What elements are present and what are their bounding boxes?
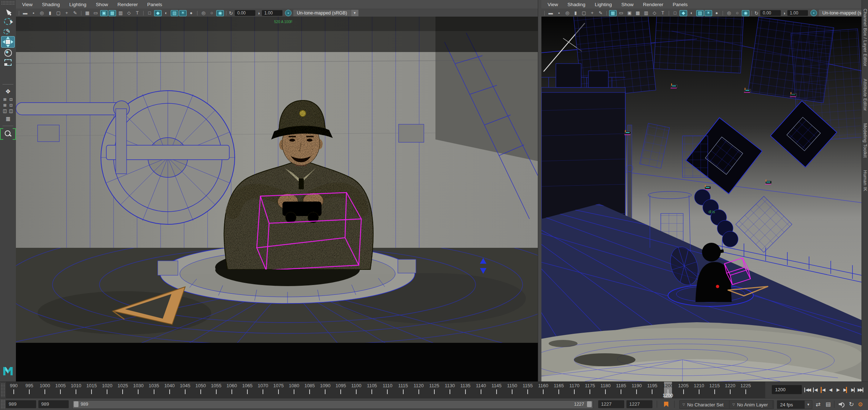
go-to-end-button[interactable]: ▶▶: [857, 384, 864, 395]
four-pane-layout[interactable]: ⊞: [2, 97, 8, 102]
side-tab-modeling-toolkit[interactable]: Modeling Toolkit: [862, 120, 868, 161]
viewport-left-scene[interactable]: 520 A 100F: [16, 17, 538, 381]
color-management-toggle[interactable]: ●: [285, 10, 292, 16]
menu-panels[interactable]: Panels: [142, 2, 167, 7]
anim-layer-dropdown[interactable]: ▽ No Anim Layer: [729, 400, 774, 409]
pane-layout-split[interactable]: ⊡: [8, 103, 14, 108]
select-tool[interactable]: [2, 7, 14, 16]
grease-pencil-icon[interactable]: ✎: [71, 10, 79, 16]
menu-lighting[interactable]: Lighting: [590, 2, 617, 7]
range-slider[interactable]: 989 1227: [72, 400, 593, 409]
camera-icon[interactable]: ▬: [547, 10, 554, 16]
pane-layout-split-right[interactable]: ◫: [8, 108, 14, 113]
pan-zoom-icon[interactable]: +: [588, 10, 596, 16]
shadows-icon[interactable]: ●: [713, 10, 720, 16]
time-slider-grip[interactable]: [1, 383, 5, 397]
smooth-shade-icon[interactable]: ◆: [680, 10, 687, 16]
wireframe-icon[interactable]: □: [671, 10, 679, 16]
playback-end-field[interactable]: 1227: [598, 400, 624, 408]
safe-title-icon[interactable]: T: [133, 10, 141, 16]
lasso-select-tool[interactable]: [2, 17, 14, 26]
grid-icon[interactable]: ▦: [84, 10, 91, 16]
safe-action-icon[interactable]: ◇: [125, 10, 133, 16]
view-transform-dropdown[interactable]: Un-tone-mapped (sRGB) ▼: [293, 9, 359, 17]
loop-playback-icon[interactable]: ⇄: [814, 400, 822, 408]
color-management-toggle[interactable]: ●: [810, 10, 817, 16]
lighting-icon[interactable]: ☀: [705, 10, 712, 16]
xray-icon[interactable]: ◎: [725, 10, 733, 16]
film-gate-icon[interactable]: ▭: [92, 10, 99, 16]
safe-title-icon[interactable]: T: [659, 10, 667, 16]
menu-lighting[interactable]: Lighting: [65, 2, 91, 7]
plugin-shading-icon[interactable]: ◉: [742, 10, 749, 16]
left-scene-canvas[interactable]: 520 A 100F: [16, 17, 538, 381]
lock-camera-icon[interactable]: ▪: [555, 10, 563, 16]
exposure-icon[interactable]: ↻: [754, 10, 758, 16]
step-back-one-frame-button[interactable]: ◀: [819, 384, 826, 395]
viewport-right-scene[interactable]: dl is: [541, 17, 861, 381]
menu-show[interactable]: Show: [91, 2, 113, 7]
sound-icon[interactable]: [837, 400, 846, 408]
range-end-handle[interactable]: [587, 401, 592, 407]
camera-attributes-icon[interactable]: ◎: [563, 10, 571, 16]
textured-icon[interactable]: ▨: [696, 10, 704, 16]
shadows-icon[interactable]: ●: [187, 10, 195, 16]
xray-icon[interactable]: ◎: [200, 10, 207, 16]
menu-view[interactable]: View: [543, 2, 563, 7]
single-pane-layout[interactable]: ❖: [2, 87, 14, 96]
textured-icon[interactable]: ▨: [171, 10, 178, 16]
paint-select-tool[interactable]: ✎: [2, 26, 14, 36]
gamma-icon[interactable]: ◑: [783, 10, 786, 16]
menu-shading[interactable]: Shading: [563, 2, 590, 7]
playback-speed-icon[interactable]: ↻: [847, 400, 856, 408]
flat-shade-icon[interactable]: ◐: [688, 10, 695, 16]
smooth-shade-icon[interactable]: ◆: [154, 10, 162, 16]
side-tab-human-ik[interactable]: Human IK: [862, 167, 868, 195]
toolbox-grip[interactable]: [1, 1, 15, 5]
camera-attributes-icon[interactable]: ◎: [38, 10, 46, 16]
pan-zoom-icon[interactable]: +: [63, 10, 71, 16]
pane-layout-persp-side[interactable]: ⊞: [2, 103, 8, 108]
side-tab-attribute-editor[interactable]: Attribute Editor: [862, 75, 868, 115]
playblast-icon[interactable]: ▤: [824, 400, 833, 408]
lighting-icon[interactable]: ☀: [179, 10, 187, 16]
menu-renderer[interactable]: Renderer: [638, 2, 668, 7]
menu-show[interactable]: Show: [617, 2, 638, 7]
rotate-tool[interactable]: [2, 48, 14, 57]
range-slider-grip[interactable]: [1, 400, 5, 409]
fps-dropdown[interactable]: 24 fps ▼: [777, 400, 812, 409]
time-slider-track[interactable]: 9909951000100510101015102010251030103510…: [6, 382, 765, 398]
field-chart-icon[interactable]: ▥: [642, 10, 650, 16]
side-tab-channel-box-layer-editor[interactable]: Channel Box / Layer Editor: [862, 5, 868, 70]
exposure-field[interactable]: 0.00: [235, 10, 255, 16]
gamma-field[interactable]: 1.00: [787, 10, 808, 16]
grease-pencil-icon[interactable]: ✎: [597, 10, 604, 16]
image-plane-icon[interactable]: ▢: [55, 10, 62, 16]
lock-camera-icon[interactable]: ▪: [30, 10, 37, 16]
menu-panels[interactable]: Panels: [668, 2, 692, 7]
bookmark-icon[interactable]: [662, 400, 671, 408]
right-scene-canvas[interactable]: dl is: [541, 17, 861, 381]
gate-mask-icon[interactable]: ▩: [109, 10, 116, 16]
film-gate-icon[interactable]: ▭: [617, 10, 625, 16]
safe-action-icon[interactable]: ◇: [651, 10, 658, 16]
play-backwards-button[interactable]: ◀: [826, 384, 834, 395]
exposure-icon[interactable]: ↻: [229, 10, 233, 16]
gate-mask-icon[interactable]: ▩: [634, 10, 642, 16]
step-back-one-key-button[interactable]: ◀: [811, 384, 818, 395]
gamma-field[interactable]: 1.00: [262, 10, 282, 16]
isolate-select-icon[interactable]: ○: [733, 10, 741, 16]
bookmark-view-icon[interactable]: ▮: [572, 10, 579, 16]
wireframe-icon[interactable]: □: [146, 10, 153, 16]
range-start-handle[interactable]: [74, 401, 78, 407]
go-to-start-button[interactable]: ◀◀: [804, 384, 811, 395]
animation-start-field[interactable]: 989: [6, 400, 36, 408]
grid-icon[interactable]: ▦: [609, 10, 617, 16]
move-tool[interactable]: [1, 36, 15, 48]
gamma-icon[interactable]: ◑: [257, 10, 260, 16]
screen-magnifier[interactable]: [1, 128, 15, 140]
plugin-shading-icon[interactable]: ◉: [216, 10, 224, 16]
view-transform-dropdown[interactable]: Un-tone-mapped (sRGB): [818, 9, 861, 17]
play-forwards-button[interactable]: ▶: [834, 384, 841, 395]
exposure-field[interactable]: 0.00: [760, 10, 781, 16]
